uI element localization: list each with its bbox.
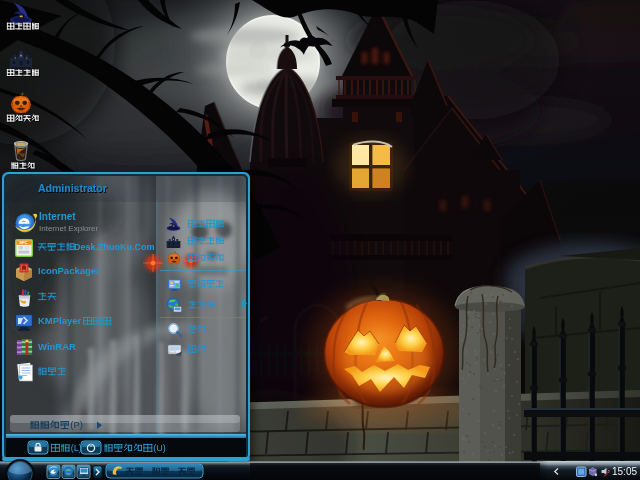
svg-text:-: - xyxy=(145,466,148,476)
svg-text:Internet: Internet xyxy=(39,211,76,222)
svg-text:Internet Explorer: Internet Explorer xyxy=(39,224,98,233)
svg-text:(L): (L) xyxy=(71,443,82,453)
svg-text:SFC: SFC xyxy=(19,240,29,245)
svg-text:(U): (U) xyxy=(153,443,166,453)
svg-text:15:05: 15:05 xyxy=(612,466,637,477)
svg-text:-: - xyxy=(171,466,174,476)
svg-text:Desk.ZhuoKu.Com: Desk.ZhuoKu.Com xyxy=(74,242,155,252)
svg-text:IconPackager: IconPackager xyxy=(38,265,100,276)
svg-text:KMPlayer: KMPlayer xyxy=(38,315,82,326)
svg-text:(P): (P) xyxy=(70,419,83,430)
svg-text:WinRAR: WinRAR xyxy=(38,341,76,352)
svg-text:Administrator: Administrator xyxy=(38,182,107,194)
